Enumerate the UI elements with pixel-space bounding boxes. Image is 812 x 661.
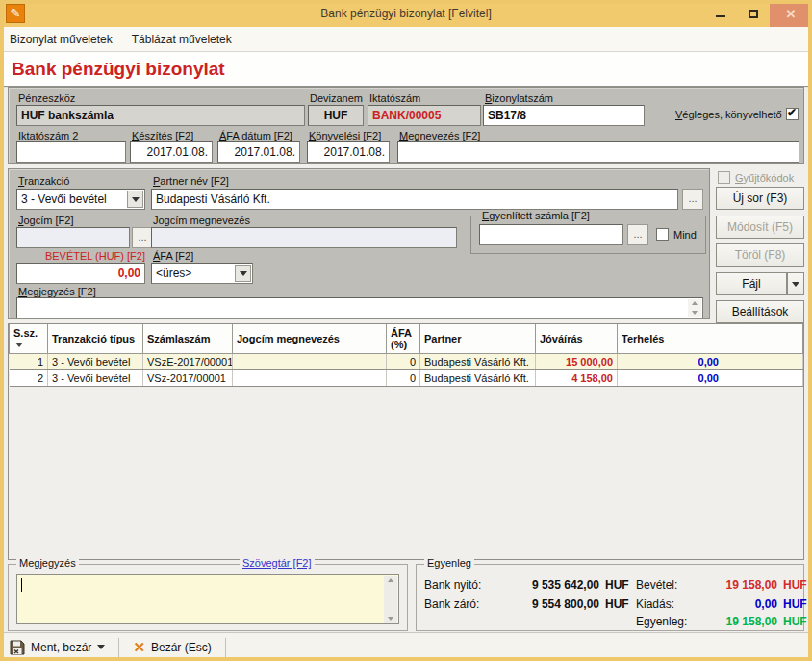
modosit-button[interactable]: Módosít (F5) — [716, 216, 804, 239]
tranzakcio-select[interactable]: 3 - Vevői bevétel — [16, 189, 145, 210]
grid-header-row: S.sz. Tranzakció típus Számlaszám Jogcím… — [10, 324, 803, 353]
table-row[interactable]: 1 3 - Vevői bevétel VSzE-2017/00001 0 Bu… — [10, 353, 803, 369]
megjegyzes-group-label: Megjegyzés — [16, 557, 79, 569]
chevron-down-icon — [97, 645, 105, 649]
cell-tipus: 3 - Vevői bevétel — [48, 369, 143, 386]
megnevezes-field[interactable] — [397, 141, 799, 163]
menu-item-bizonylat-muveletek[interactable]: Bizonylat műveletek — [0, 29, 122, 50]
egyenlitett-browse-button[interactable]: ... — [627, 224, 648, 245]
konyvelesi-date-field[interactable]: 2017.01.08. — [307, 141, 390, 163]
ment-bezar-button[interactable]: Ment, bezár — [0, 636, 114, 659]
uj-sor-button[interactable]: Új sor (F3) — [716, 187, 804, 210]
fajl-button[interactable]: Fájl — [716, 272, 787, 295]
iktatoszam-label: Iktatószám — [369, 92, 420, 104]
megjegyzes-group: Megjegyzés Szövegtár [F2] — [8, 564, 408, 631]
scrollbar[interactable] — [688, 299, 701, 317]
cell-ssz: 1 — [10, 353, 48, 369]
scroll-down-icon[interactable] — [692, 311, 698, 315]
egyenleg-group: Egyenleg Bank nyitó: 9 535 642,00 HUF Ba… — [416, 564, 804, 631]
egyenlitett-szamla-group: Egyenlített számla [F2] ... Mind — [470, 216, 706, 254]
minimize-icon — [716, 15, 725, 17]
egyenleg-currency: HUF — [783, 615, 807, 628]
column-header-partner[interactable]: Partner — [420, 324, 536, 353]
tranzakcio-value: 3 - Vevői bevétel — [21, 192, 107, 206]
column-header-jogcim-megnevezes[interactable]: Jogcím megnevezés — [233, 324, 387, 353]
cell-tipus: 3 - Vevői bevétel — [48, 353, 143, 369]
cell-szamlaszam: VSz-2017/00001 — [143, 369, 233, 386]
scroll-up-icon[interactable] — [388, 578, 393, 582]
kiadas-total-label: Kiadás: — [636, 597, 674, 611]
cell-terheles: 0,00 — [618, 369, 723, 386]
bank-zaro-value: 9 554 800,00 — [508, 597, 599, 611]
column-header-terheles[interactable]: Terhelés — [618, 324, 723, 353]
jogcim-megnevezes-label: Jogcím megnevezés — [153, 215, 250, 226]
egyenleg-total-label: Egyenleg: — [636, 615, 687, 628]
cell-afa: 0 — [387, 353, 420, 369]
bevetel-currency: HUF — [783, 578, 807, 592]
titlebar: ✎ Bank pénzügyi bizonylat [Felvitel] ✕ — [0, 0, 812, 27]
torol-button[interactable]: Töröl (F8) — [716, 243, 804, 267]
window-title: Bank pénzügyi bizonylat [Felvitel] — [0, 7, 812, 20]
gyujtokodok-label: Gyűjtőkódok — [735, 172, 794, 184]
tranzakcio-label: Tranzakció — [18, 175, 69, 187]
cell-empty — [723, 369, 803, 386]
bevetel-input[interactable]: 0,00 — [16, 263, 145, 284]
mind-checkbox[interactable] — [656, 228, 669, 241]
megjegyzes-textarea[interactable] — [16, 574, 399, 624]
bank-nyito-label: Bank nyitó: — [424, 578, 481, 592]
afa-datum-field[interactable]: 2017.01.08. — [217, 141, 300, 163]
minimize-button[interactable] — [704, 0, 737, 27]
beallitasok-button[interactable]: Beállítások — [716, 300, 804, 323]
scroll-up-icon[interactable] — [692, 301, 698, 305]
chevron-down-icon[interactable] — [235, 265, 251, 282]
bottom-toolbar: Ment, bezár ✕ Bezár (Esc) — [0, 632, 812, 661]
partner-browse-button[interactable]: ... — [682, 189, 703, 210]
cell-empty — [723, 353, 803, 369]
jogcim-megnevezes-input[interactable] — [151, 227, 457, 248]
scrollbar[interactable] — [384, 576, 397, 623]
page-header: Bank pénzügyi bizonylat — [0, 52, 812, 88]
keszites-date-field[interactable]: 2017.01.08. — [130, 141, 213, 163]
iktatoszam-field[interactable]: BANK/00005 — [368, 105, 481, 126]
gyujtokodok-checkbox[interactable] — [718, 171, 730, 184]
afa-select[interactable]: <üres> — [151, 263, 253, 284]
column-header-jovairas[interactable]: Jóváírás — [536, 324, 618, 353]
konyvelesi-label: Könyvelési [F2] — [309, 130, 381, 141]
bizonylatszam-field[interactable]: SB17/8 — [483, 105, 645, 126]
egyenleg-total-value: 19 158,00 — [696, 615, 777, 628]
close-button[interactable]: ✕ — [770, 0, 812, 27]
cell-jogcim — [233, 353, 387, 369]
menu-item-tablazat-muveletek[interactable]: Táblázat műveletek — [122, 29, 241, 50]
cell-terheles: 0,00 — [618, 353, 723, 369]
tx-megjegyzes-label: Megjegyzés [F2] — [18, 286, 96, 297]
column-header-ssz[interactable]: S.sz. — [10, 324, 48, 353]
bizonylatszam-label: Bizonylatszám — [485, 92, 553, 104]
bank-nyito-currency: HUF — [605, 578, 629, 592]
table-row[interactable]: 2 3 - Vevői bevétel VSz-2017/00001 0 Bud… — [10, 369, 803, 386]
vegleges-label: Végleges, könyvelhető — [675, 109, 782, 120]
chevron-down-icon[interactable] — [127, 191, 143, 208]
penzeszkoz-field[interactable]: HUF bankszámla — [16, 105, 305, 126]
partner-input[interactable]: Budapesti Vásárló Kft. — [151, 189, 678, 210]
sort-descending-icon — [15, 343, 23, 347]
cell-partner: Budapesti Vásárló Kft. — [420, 369, 536, 386]
cell-ssz: 2 — [10, 369, 48, 386]
iktatoszam2-field[interactable] — [16, 141, 126, 163]
column-header-tranzakcio-tipus[interactable]: Tranzakció típus — [48, 324, 143, 353]
egyenlitett-szamla-input[interactable] — [479, 224, 623, 245]
tx-megjegyzes-input[interactable] — [16, 297, 703, 318]
bevetel-total-label: Bevétel: — [636, 578, 677, 592]
cell-jogcim — [233, 369, 387, 386]
bezar-button[interactable]: ✕ Bezár (Esc) — [123, 636, 220, 659]
document-header-panel: Pénzeszköz HUF bankszámla Devizanem HUF … — [8, 87, 804, 164]
szovegtar-link[interactable]: Szövegtár [F2] — [240, 557, 315, 569]
devizanem-field[interactable]: HUF — [308, 105, 364, 126]
maximize-button[interactable] — [737, 0, 770, 27]
scroll-down-icon[interactable] — [388, 617, 393, 621]
jogcim-input[interactable] — [16, 227, 130, 248]
jogcim-browse-button[interactable]: ... — [132, 227, 153, 248]
column-header-szamlaszam[interactable]: Számlaszám — [143, 324, 233, 353]
fajl-dropdown-button[interactable] — [787, 272, 804, 295]
vegleges-checkbox[interactable] — [786, 108, 799, 120]
column-header-afa[interactable]: ÁFA (%) — [387, 324, 420, 353]
